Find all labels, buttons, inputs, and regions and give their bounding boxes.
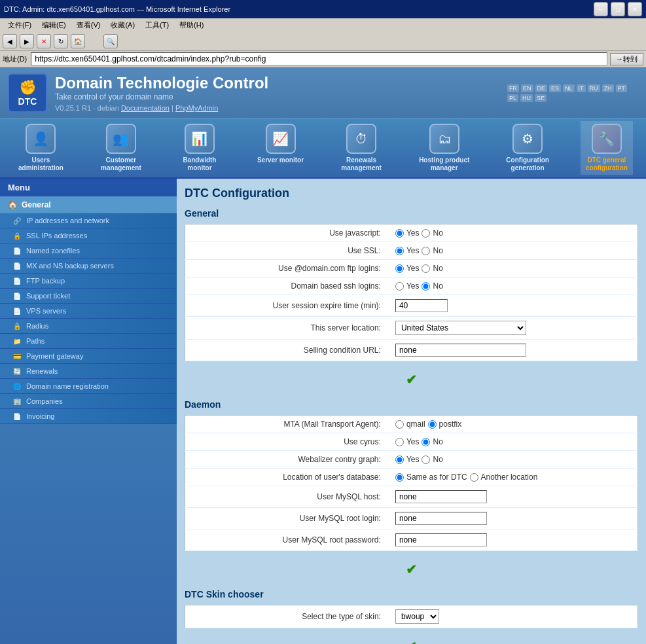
use-javascript-no-label: No xyxy=(433,228,442,238)
forward-btn[interactable]: ▶ xyxy=(20,34,34,48)
search-btn[interactable]: 🔍 xyxy=(103,34,118,48)
user-db-other-radio[interactable] xyxy=(470,473,478,482)
selling-url-input[interactable] xyxy=(395,344,526,357)
menu-view[interactable]: 查看(V) xyxy=(71,19,106,31)
doc-link[interactable]: Documentation xyxy=(121,104,170,112)
webalizer-yes-radio[interactable] xyxy=(395,456,404,464)
sidebar-item-domain[interactable]: 🌐 Domain name registration xyxy=(0,379,177,394)
use-ssl-yes-radio[interactable] xyxy=(395,247,404,255)
general-save-checkmark[interactable]: ✔ xyxy=(185,368,638,391)
sidebar-item-ip[interactable]: 🔗 IP addresses and network xyxy=(0,213,177,228)
webalizer-row: Webalizer contry graph: Yes No xyxy=(185,451,638,469)
mysql-password-input[interactable] xyxy=(395,533,487,546)
address-label: 地址(D) xyxy=(3,54,27,64)
sidebar-item-paths[interactable]: 📁 Paths xyxy=(0,334,177,349)
use-ssl-radio-group: Yes No xyxy=(395,246,631,255)
user-db-row: Location of user's database: Same as for… xyxy=(185,469,638,486)
lang-pt[interactable]: PT xyxy=(616,84,628,92)
sidebar-item-ssl[interactable]: 🔒 SSL IPs addresses xyxy=(0,228,177,243)
lang-hu[interactable]: HU xyxy=(520,94,533,102)
user-db-same-radio[interactable] xyxy=(395,473,404,482)
use-cyrus-yes-radio[interactable] xyxy=(395,438,404,446)
webalizer-no-radio[interactable] xyxy=(422,456,430,464)
webalizer-no-label: No xyxy=(433,455,442,464)
general-config-table: Use javascript: Yes No Use SSL: xyxy=(185,224,638,361)
use-ftp-yes-label: Yes xyxy=(406,264,420,273)
sidebar-item-zonefiles[interactable]: 📄 Named zonefiles xyxy=(0,243,177,259)
use-ftp-no-radio[interactable] xyxy=(422,264,430,273)
home-btn[interactable]: 🏠 xyxy=(71,34,85,48)
minimize-btn[interactable]: ─ xyxy=(594,2,608,16)
use-javascript-radio-group: Yes No xyxy=(395,228,631,238)
lang-ru[interactable]: RU xyxy=(588,84,600,92)
webalizer-radio-group: Yes No xyxy=(395,455,631,464)
server-location-select[interactable]: United States Europe Asia Other xyxy=(395,321,526,335)
use-ftp-yes-radio[interactable] xyxy=(395,264,404,273)
companies-icon: 🏢 xyxy=(13,398,22,405)
browser-toolbar: ◀ ▶ ✕ ↻ 🏠 🔍 xyxy=(0,32,646,51)
sidebar-item-ftp[interactable]: 📄 FTP backup xyxy=(0,274,177,289)
lang-nl[interactable]: NL xyxy=(563,84,575,92)
nav-renewals[interactable]: ⏱ Renewalsmanagement xyxy=(335,121,387,175)
back-btn[interactable]: ◀ xyxy=(3,34,17,48)
sidebar-item-mxns[interactable]: 📄 MX and NS backup servers xyxy=(0,259,177,274)
selling-url-row: Selling condition URL: xyxy=(185,340,638,361)
phpmyadmin-link[interactable]: PhpMyAdmin xyxy=(175,104,218,112)
nav-customer[interactable]: 👥 Customermanagement xyxy=(95,121,147,175)
nav-users[interactable]: 👤 Usersadministration xyxy=(13,121,69,175)
domain-ssh-no-label: No xyxy=(433,281,442,291)
lang-en[interactable]: EN xyxy=(521,84,533,92)
ip-icon: 🔗 xyxy=(13,217,22,224)
domain-ssh-yes-radio[interactable] xyxy=(395,282,404,291)
lang-se[interactable]: SE xyxy=(535,94,547,102)
use-javascript-yes-radio[interactable] xyxy=(395,229,404,238)
lang-zh[interactable]: ZH xyxy=(602,84,614,92)
sidebar-item-invoicing[interactable]: 📄 Invoicing xyxy=(0,409,177,424)
address-input[interactable] xyxy=(31,52,607,65)
content-area: Menu 🏠 General 🔗 IP addresses and networ… xyxy=(0,179,646,644)
refresh-btn[interactable]: ↻ xyxy=(54,34,68,48)
use-ssl-no-radio[interactable] xyxy=(422,247,430,255)
menu-tools[interactable]: 工具(T) xyxy=(140,19,174,31)
use-cyrus-no-radio[interactable] xyxy=(422,438,430,446)
domain-ssh-no-radio[interactable] xyxy=(422,282,430,291)
lang-it[interactable]: IT xyxy=(577,84,586,92)
daemon-save-checkmark[interactable]: ✔ xyxy=(185,558,638,581)
lang-pl[interactable]: PL xyxy=(507,94,518,102)
sidebar-item-support[interactable]: 📄 Support ticket xyxy=(0,289,177,304)
mta-radio-group: qmail postfix xyxy=(395,420,631,429)
stop-btn[interactable]: ✕ xyxy=(37,34,51,48)
sidebar-item-vps[interactable]: 📄 VPS servers xyxy=(0,304,177,319)
skin-select[interactable]: bwoup default blue xyxy=(395,609,439,624)
maximize-btn[interactable]: □ xyxy=(611,2,625,16)
sidebar-item-companies[interactable]: 🏢 Companies xyxy=(0,394,177,409)
nav-server[interactable]: 📈 Server monitor xyxy=(252,121,309,175)
nav-bandwidth[interactable]: 📊 Bandwidthmonitor xyxy=(173,121,226,175)
menu-favorites[interactable]: 收藏(A) xyxy=(105,19,140,31)
lang-de[interactable]: DE xyxy=(535,84,548,92)
mysql-host-input[interactable] xyxy=(395,490,487,503)
nav-config[interactable]: ⚙ Configurationgeneration xyxy=(501,121,554,175)
menu-edit[interactable]: 编辑(E) xyxy=(37,19,71,31)
lang-fr[interactable]: FR xyxy=(507,84,519,92)
menu-file[interactable]: 文件(F) xyxy=(3,19,37,31)
session-expire-input[interactable] xyxy=(395,299,448,312)
mysql-login-input[interactable] xyxy=(395,512,487,525)
use-javascript-yes-label: Yes xyxy=(406,228,420,238)
nav-hosting[interactable]: 🗂 Hosting productmanager xyxy=(414,121,475,175)
sidebar-item-radius[interactable]: 🔒 Radius xyxy=(0,319,177,334)
use-javascript-no-radio[interactable] xyxy=(422,229,430,238)
sidebar-section-general[interactable]: 🏠 General xyxy=(0,197,177,213)
use-cyrus-yes-label: Yes xyxy=(406,437,420,446)
close-btn[interactable]: ✕ xyxy=(628,2,642,16)
nav-dtc[interactable]: 🔧 DTC generalconfiguration xyxy=(581,121,633,175)
skin-save-checkmark[interactable]: ✔ xyxy=(185,635,638,644)
mta-postfix-radio[interactable] xyxy=(428,420,437,429)
lang-es[interactable]: ES xyxy=(549,84,561,92)
go-button[interactable]: →转到 xyxy=(610,53,643,65)
server-location-label: This server location: xyxy=(185,317,389,340)
menu-help[interactable]: 帮助(H) xyxy=(174,19,209,31)
mta-qmail-radio[interactable] xyxy=(395,420,404,429)
sidebar-item-payment[interactable]: 💳 Payment gateway xyxy=(0,349,177,364)
sidebar-item-renewals[interactable]: 🔄 Renewals xyxy=(0,364,177,379)
